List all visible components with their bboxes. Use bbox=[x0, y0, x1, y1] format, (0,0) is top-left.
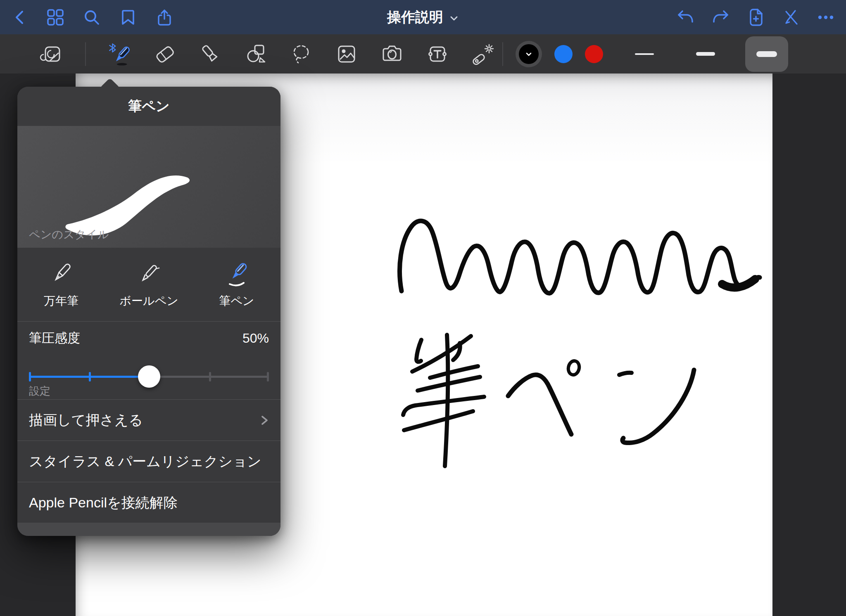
camera-icon bbox=[380, 42, 404, 66]
setting-label: 描画して押さえる bbox=[29, 411, 143, 430]
text-tool[interactable] bbox=[425, 42, 449, 66]
chevron-down-icon bbox=[449, 13, 459, 23]
brush-pen-icon bbox=[223, 260, 250, 287]
search-icon bbox=[83, 8, 101, 26]
setting-label: Apple Pencilを接続解除 bbox=[29, 493, 178, 512]
pen-disable-icon bbox=[782, 8, 800, 26]
thickness-thick-selected[interactable] bbox=[745, 36, 788, 72]
settings-section-label: 設定 bbox=[29, 384, 50, 398]
pen-settings-popover: 筆ペン ペンのスタイル 万年筆 ボールペン 筆ペン 筆圧感度 bbox=[17, 87, 280, 536]
navbar-right-group bbox=[676, 0, 835, 34]
popover-footer bbox=[17, 523, 280, 536]
color-swatch-blue[interactable] bbox=[554, 45, 573, 63]
share-button[interactable] bbox=[155, 8, 173, 26]
add-page-icon bbox=[747, 8, 765, 27]
pen-tool-icon bbox=[107, 39, 131, 69]
pressure-section: 筆圧感度 50% bbox=[29, 321, 269, 390]
pen-tool[interactable] bbox=[107, 42, 131, 66]
stroke-preview: ペンのスタイル bbox=[17, 126, 280, 248]
text-icon bbox=[425, 42, 449, 66]
slider-thumb[interactable] bbox=[138, 365, 160, 388]
pen-style-label: 筆ペン bbox=[219, 293, 254, 309]
pen-style-brush-selected[interactable]: 筆ペン bbox=[193, 248, 280, 321]
shapes-icon bbox=[244, 42, 268, 66]
popover-title: 筆ペン bbox=[128, 97, 170, 116]
more-button[interactable] bbox=[816, 8, 835, 26]
redo-icon bbox=[711, 8, 730, 26]
chevron-left-icon bbox=[12, 8, 28, 26]
undo-icon bbox=[676, 8, 695, 26]
image-tool[interactable] bbox=[335, 42, 359, 66]
grid-icon bbox=[46, 8, 64, 26]
zoom-window-icon bbox=[40, 42, 64, 66]
redo-button[interactable] bbox=[711, 8, 730, 26]
camera-tool[interactable] bbox=[380, 42, 404, 66]
document-title[interactable]: 操作説明 bbox=[387, 0, 459, 34]
pressure-label: 筆圧感度 bbox=[29, 329, 80, 347]
pen-style-fountain[interactable]: 万年筆 bbox=[17, 248, 105, 321]
setting-row-stylus-palm-rejection[interactable]: スタイラス & パームリジェクション bbox=[17, 441, 280, 482]
thickness-medium[interactable] bbox=[684, 36, 727, 72]
pressure-slider[interactable] bbox=[29, 366, 269, 387]
zoom-window-tool[interactable] bbox=[40, 42, 64, 66]
pen-style-ballpoint[interactable]: ボールペン bbox=[105, 248, 192, 321]
app-screen: 操作説明 bbox=[0, 0, 846, 616]
setting-label: スタイラス & パームリジェクション bbox=[29, 452, 261, 471]
tool-group bbox=[40, 34, 495, 73]
color-swatch-black-selected[interactable] bbox=[516, 41, 542, 67]
navbar-left-group bbox=[12, 0, 173, 34]
setting-row-draw-and-hold[interactable]: 描画して押さえる bbox=[17, 399, 280, 441]
pen-style-label: 万年筆 bbox=[44, 293, 78, 309]
add-page-button[interactable] bbox=[747, 8, 765, 27]
toolbar-divider bbox=[502, 42, 503, 66]
eraser-tool[interactable] bbox=[153, 42, 177, 66]
toolbar-divider bbox=[85, 42, 86, 66]
chevron-right-icon bbox=[259, 413, 270, 427]
back-button[interactable] bbox=[12, 8, 28, 26]
pen-style-label: ボールペン bbox=[119, 293, 178, 309]
bookmark-button[interactable] bbox=[119, 8, 137, 26]
lasso-tool[interactable] bbox=[289, 42, 313, 66]
thickness-thin[interactable] bbox=[623, 36, 666, 72]
bluetooth-icon bbox=[109, 44, 115, 52]
pen-style-section-label: ペンのスタイル bbox=[29, 227, 109, 242]
pages-overview-button[interactable] bbox=[46, 8, 64, 26]
color-swatch-red[interactable] bbox=[585, 45, 603, 63]
lasso-icon bbox=[289, 42, 313, 66]
stop-drawing-button[interactable] bbox=[782, 8, 800, 26]
shapes-tool[interactable] bbox=[244, 42, 268, 66]
share-icon bbox=[155, 8, 173, 26]
pen-style-row: 万年筆 ボールペン 筆ペン bbox=[17, 248, 280, 322]
pressure-value: 50% bbox=[242, 331, 269, 346]
eraser-icon bbox=[153, 42, 177, 66]
popover-header: 筆ペン bbox=[17, 87, 280, 126]
highlighter-icon bbox=[198, 42, 222, 66]
drawing-toolbar bbox=[0, 34, 846, 73]
thickness-group bbox=[623, 36, 788, 72]
laser-pointer-tool[interactable] bbox=[471, 42, 495, 66]
image-icon bbox=[335, 42, 359, 66]
search-button[interactable] bbox=[83, 8, 101, 26]
laser-pointer-icon bbox=[471, 42, 495, 66]
setting-row-disconnect-apple-pencil[interactable]: Apple Pencilを接続解除 bbox=[17, 482, 280, 523]
navbar: 操作説明 bbox=[0, 0, 846, 34]
undo-button[interactable] bbox=[676, 8, 695, 26]
ellipsis-icon bbox=[816, 8, 835, 26]
highlighter-tool[interactable] bbox=[198, 42, 222, 66]
color-thickness-group bbox=[502, 34, 788, 73]
bookmark-icon bbox=[119, 8, 137, 26]
fountain-pen-icon bbox=[48, 260, 75, 287]
page-title: 操作説明 bbox=[387, 8, 443, 27]
chevron-down-icon bbox=[525, 50, 532, 58]
ballpoint-pen-icon bbox=[135, 260, 162, 287]
